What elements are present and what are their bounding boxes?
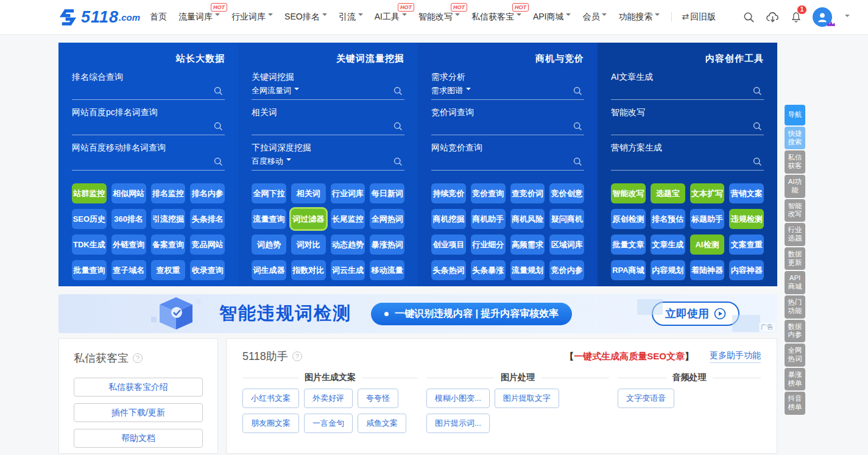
nav-item-ai-tools[interactable]: AI工具HOT [375, 12, 407, 23]
cloud-download-icon[interactable] [766, 11, 780, 24]
side-rail-tab[interactable]: 抖音榜单 [785, 392, 805, 415]
search-icon[interactable] [393, 86, 403, 96]
tool-button[interactable]: 词云生成 [331, 260, 365, 280]
tool-button[interactable]: 违规检测 [729, 209, 764, 229]
tool-button[interactable]: 移动流量 [370, 260, 404, 280]
tool-button[interactable]: 竞价查询 [471, 183, 506, 203]
search-icon[interactable] [393, 157, 403, 167]
tool-button[interactable]: 文本扩写 [690, 183, 725, 203]
site-logo[interactable]: 5118 .com [58, 7, 140, 27]
tool-button[interactable]: 竞价创意 [549, 183, 584, 203]
help-icon[interactable]: ? [133, 353, 143, 363]
tool-button[interactable]: 区域词库 [549, 235, 584, 255]
banner-cta-button[interactable]: 立即使用 [652, 302, 739, 326]
search-icon[interactable] [213, 86, 224, 96]
tool-button[interactable]: 着陆神器 [690, 260, 725, 280]
side-rail-tab[interactable]: 暴涨榜单 [785, 368, 805, 391]
search-icon[interactable] [752, 157, 763, 167]
tool-button[interactable]: 文案查重 [729, 235, 764, 255]
promo-banner[interactable]: 智能违规词检测 一键识别违规内容 | 提升内容审核效率 立即使用 广告 [58, 294, 777, 333]
tool-button[interactable]: 流量规划 [510, 260, 545, 280]
search-input[interactable] [72, 83, 209, 99]
assistant-chip[interactable]: 夸夸怪 [358, 389, 398, 408]
search-input[interactable] [304, 83, 389, 99]
tool-button[interactable]: TDK生成 [72, 235, 107, 255]
side-rail-tab[interactable]: AI功能 [785, 175, 805, 198]
search-icon[interactable] [752, 121, 763, 132]
tool-button[interactable]: 持续竞价 [431, 183, 466, 203]
search-input[interactable] [431, 118, 568, 135]
tool-button[interactable]: 长尾监控 [331, 209, 365, 229]
tool-button[interactable]: 内容规划 [651, 260, 685, 280]
tool-button[interactable]: 营销文案 [729, 183, 764, 203]
nav-item-seo-rank[interactable]: SEO排名 [284, 12, 327, 23]
search-icon[interactable] [752, 86, 763, 96]
tool-button[interactable]: SEO历史 [72, 209, 107, 229]
side-rail-tab[interactable]: 数据内参 [785, 320, 805, 343]
tool-button[interactable]: 暴涨热词 [370, 235, 404, 255]
nav-item-dm-leads[interactable]: 私信获客宝HOT [471, 12, 521, 23]
promo-button[interactable]: 插件下载/更新 [74, 403, 203, 422]
tool-button[interactable]: 智能改写 [611, 183, 646, 203]
tool-button[interactable]: 引流挖掘 [151, 209, 186, 229]
tool-button[interactable]: 收录查询 [190, 260, 225, 280]
nav-item-home[interactable]: 首页 [150, 12, 167, 23]
tool-button[interactable]: 行业词库 [331, 183, 365, 203]
nav-item-traffic-lexicon[interactable]: 流量词库HOT [178, 12, 220, 23]
tool-button[interactable]: 外链查询 [111, 235, 146, 255]
search-input[interactable] [611, 83, 748, 99]
nav-item-api-mall[interactable]: API商城 [533, 12, 571, 23]
tool-button[interactable]: 备案查询 [151, 235, 186, 255]
search-input[interactable] [72, 118, 209, 135]
search-icon[interactable] [573, 157, 583, 167]
tool-button[interactable]: 头条排名 [190, 209, 225, 229]
tool-button[interactable]: 竞品网站 [190, 235, 225, 255]
tool-button[interactable]: 排名监控 [151, 183, 186, 203]
tool-button[interactable]: 每日新词 [370, 183, 404, 203]
tool-button[interactable]: 竞价内参 [549, 260, 584, 280]
side-rail-tab[interactable]: 数据更新 [785, 247, 805, 270]
promo-button[interactable]: 私信获客宝介绍 [74, 378, 203, 397]
tool-button[interactable]: 站群监控 [72, 183, 107, 203]
tool-button[interactable]: 查权重 [151, 260, 186, 280]
nav-item-smart-rewrite[interactable]: 智能改写HOT [418, 12, 460, 23]
tool-button[interactable]: 行业细分 [471, 235, 506, 255]
help-icon[interactable]: ? [292, 351, 302, 361]
tool-button[interactable]: 商机助手 [471, 209, 506, 229]
tool-button[interactable]: 头条热词 [431, 260, 466, 280]
tool-button[interactable]: 文章生成 [651, 235, 685, 255]
tool-button[interactable]: 相关词 [291, 183, 326, 203]
search-icon[interactable] [393, 121, 403, 132]
tool-button[interactable]: 高频需求 [510, 235, 545, 255]
search-icon[interactable] [213, 121, 224, 132]
more-assistant-link[interactable]: 更多助手功能 [710, 350, 761, 363]
assistant-chip[interactable]: 模糊小图变... [426, 389, 490, 408]
tool-button[interactable]: 查子域名 [111, 260, 146, 280]
tool-button[interactable]: 全网热词 [370, 209, 404, 229]
tool-button[interactable]: 排名预估 [651, 209, 685, 229]
search-icon[interactable] [743, 11, 755, 24]
side-rail-tab[interactable]: 快捷搜索 [785, 127, 805, 150]
nav-item-industry-lexicon[interactable]: 行业词库 [231, 12, 273, 23]
tool-button[interactable]: 头条暴涨 [471, 260, 506, 280]
side-rail-tab[interactable]: 全网热词 [785, 344, 805, 367]
tool-button[interactable]: 原创检测 [611, 209, 646, 229]
search-input[interactable] [611, 153, 748, 170]
assistant-chip[interactable]: 朋友圈文案 [242, 414, 299, 433]
side-rail-tab[interactable]: 热门功能 [785, 295, 805, 319]
tool-button[interactable]: 批量查询 [72, 260, 107, 280]
search-input[interactable] [252, 118, 389, 135]
dropdown-select[interactable]: 百度移动 [252, 156, 291, 167]
tool-button[interactable]: 词趋势 [252, 235, 286, 255]
assistant-chip[interactable]: 一言金句 [304, 414, 353, 433]
dropdown-select[interactable]: 全网流量词 [252, 85, 299, 96]
tool-button[interactable]: 选题宝 [651, 183, 685, 203]
nav-item-membership[interactable]: 会员 [582, 12, 607, 23]
assistant-chip[interactable]: 小红书文案 [242, 389, 299, 408]
search-input[interactable] [484, 83, 568, 99]
tool-button[interactable]: 词生成器 [252, 260, 286, 280]
tool-button[interactable]: 排名内参 [190, 183, 225, 203]
nav-item-traffic[interactable]: 引流 [339, 12, 363, 23]
nav-item-old-version[interactable]: ⇄回旧版 [682, 12, 716, 23]
assistant-chip[interactable]: 图片提取文字 [495, 389, 559, 408]
